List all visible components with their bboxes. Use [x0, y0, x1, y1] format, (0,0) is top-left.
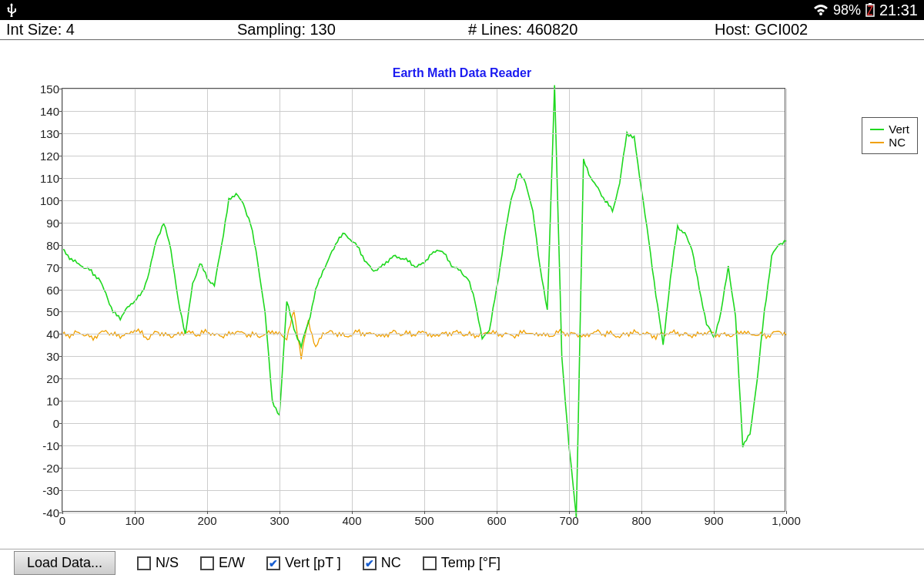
y-tick-label: 120 — [40, 149, 59, 162]
int-size-value: 4 — [66, 21, 75, 39]
checkbox-box: ✔ — [363, 556, 377, 570]
x-tick-label: 600 — [487, 514, 506, 527]
checkbox-label: Vert [pT ] — [285, 555, 341, 571]
checkbox-box — [423, 556, 437, 570]
info-bar: Int Size: 4 Sampling: 130 # Lines: 46082… — [0, 20, 924, 40]
y-tick-label: 80 — [46, 238, 59, 251]
wifi-icon — [813, 4, 829, 16]
y-tick-label: 60 — [46, 283, 59, 296]
x-tick-label: 300 — [270, 514, 289, 527]
checkbox-label: N/S — [156, 555, 179, 571]
y-tick-label: 10 — [46, 395, 59, 408]
legend-swatch-nc — [870, 142, 884, 143]
x-tick-label: 700 — [559, 514, 578, 527]
legend-label-vert: Vert — [889, 123, 909, 136]
y-tick-label: 50 — [46, 305, 59, 318]
y-tick-label: 110 — [40, 171, 59, 184]
checkbox-ns[interactable]: N/S — [137, 555, 179, 571]
chart-container: Earth Math Data Reader -40-30-20-1001020… — [0, 40, 924, 549]
y-tick-label: 20 — [46, 372, 59, 385]
checkbox-label: Temp [°F] — [441, 555, 500, 571]
info-sampling: Sampling: 130 — [237, 21, 468, 39]
x-tick-label: 500 — [414, 514, 434, 527]
y-tick-label: 90 — [46, 216, 59, 229]
chart-title: Earth Math Data Reader — [0, 66, 924, 80]
y-tick-label: 100 — [40, 193, 59, 207]
checkbox-label: NC — [381, 555, 401, 571]
x-tick-label: 0 — [59, 514, 65, 527]
load-data-button[interactable]: Load Data... — [14, 551, 116, 575]
info-lines: # Lines: 460820 — [468, 21, 715, 39]
legend: Vert NC — [862, 117, 918, 154]
chart-plot-area[interactable]: -40-30-20-100102030405060708090100110120… — [62, 88, 785, 512]
info-host: Host: GCI002 — [715, 21, 918, 39]
checkbox-label: E/W — [219, 555, 245, 571]
checkbox-ew[interactable]: E/W — [200, 555, 245, 571]
battery-icon — [865, 3, 875, 17]
y-tick-label: -20 — [42, 462, 59, 475]
lines-label: # Lines: — [468, 21, 522, 39]
checkbox-nc[interactable]: ✔NC — [363, 555, 401, 571]
y-tick-label: -40 — [42, 506, 59, 519]
usb-icon — [6, 3, 17, 17]
legend-vert: Vert — [870, 123, 909, 136]
checkbox-vert[interactable]: ✔Vert [pT ] — [266, 555, 341, 571]
x-tick-label: 100 — [125, 514, 144, 527]
host-label: Host: — [715, 21, 751, 39]
x-tick-label: 200 — [197, 514, 216, 527]
info-int-size: Int Size: 4 — [6, 21, 237, 39]
y-tick-label: -30 — [42, 484, 59, 497]
legend-swatch-vert — [870, 129, 884, 130]
y-tick-label: -10 — [42, 439, 59, 452]
legend-label-nc: NC — [889, 136, 906, 149]
y-tick-label: 130 — [40, 126, 59, 139]
lines-value: 460820 — [527, 21, 578, 39]
sampling-value: 130 — [310, 21, 336, 39]
int-size-label: Int Size: — [6, 21, 62, 39]
battery-percent: 98% — [833, 2, 861, 18]
chart-svg — [62, 89, 785, 511]
x-tick-label: 1,000 — [772, 514, 801, 527]
host-value: GCI002 — [755, 21, 808, 39]
legend-nc: NC — [870, 136, 909, 149]
y-tick-label: 0 — [53, 417, 59, 430]
x-tick-label: 900 — [704, 514, 723, 527]
x-tick-label: 800 — [631, 514, 651, 527]
checkbox-box: ✔ — [266, 556, 280, 570]
y-tick-label: 30 — [46, 350, 59, 363]
clock: 21:31 — [879, 2, 918, 19]
y-tick-label: 150 — [40, 82, 59, 96]
checkbox-box — [200, 556, 214, 570]
checkbox-box — [137, 556, 151, 570]
android-status-bar: 98% 21:31 — [0, 0, 924, 20]
x-tick-label: 400 — [342, 514, 361, 527]
checkbox-temp[interactable]: Temp [°F] — [423, 555, 500, 571]
bottom-toolbar: Load Data... N/S E/W ✔Vert [pT ] ✔NC Tem… — [0, 549, 924, 576]
svg-rect-1 — [869, 3, 872, 5]
y-tick-label: 140 — [40, 104, 59, 117]
y-tick-label: 70 — [46, 260, 59, 274]
sampling-label: Sampling: — [237, 21, 306, 39]
y-tick-label: 40 — [46, 328, 59, 341]
